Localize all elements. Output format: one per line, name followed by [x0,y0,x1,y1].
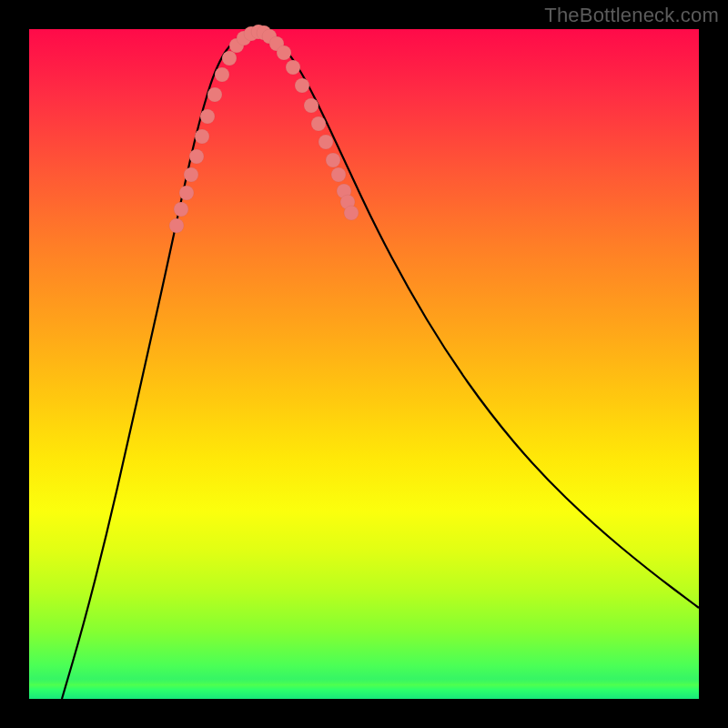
data-point [189,149,204,164]
data-point [344,206,359,220]
data-point [200,109,215,124]
data-point [326,153,340,167]
curve-svg [29,29,699,699]
data-point [215,67,229,82]
data-point [179,186,194,200]
data-point [331,167,346,182]
data-point [174,202,188,217]
data-point [295,78,309,93]
watermark-text: TheBottleneck.com [544,4,719,27]
plot-area [29,29,699,699]
data-point [195,129,209,144]
data-point [222,51,237,66]
data-point [277,46,291,60]
data-point [184,167,198,182]
data-point [286,60,300,75]
data-point [311,116,326,131]
data-point [169,218,184,233]
data-point [304,98,318,113]
bottleneck-curve [62,32,699,699]
chart-container: TheBottleneck.com [0,0,728,728]
data-point [318,135,333,149]
data-point [207,87,222,102]
